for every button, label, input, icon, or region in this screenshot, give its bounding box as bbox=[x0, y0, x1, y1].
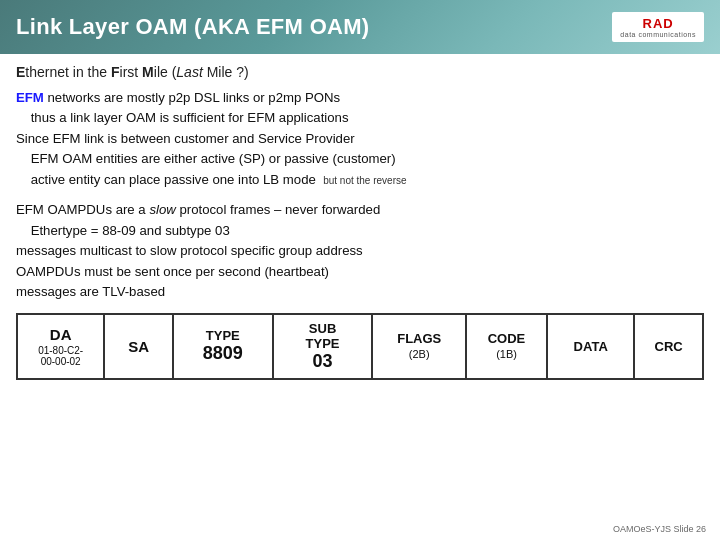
subtype-value: 03 bbox=[282, 351, 364, 372]
table-cell-code: CODE (1B) bbox=[466, 314, 547, 379]
table-cell-flags: FLAGS (2B) bbox=[372, 314, 466, 379]
slide-footer: OAMOeS-YJS Slide 26 bbox=[613, 524, 706, 534]
subtype-label: SUBTYPE bbox=[282, 321, 364, 351]
page-title: Link Layer OAM (AKA EFM OAM) bbox=[16, 14, 369, 40]
paragraph-2: EFM OAMPDUs are a slow protocol frames –… bbox=[16, 200, 704, 302]
subtitle: Ethernet in the First Mile (Last Mile ?) bbox=[16, 64, 704, 80]
logo-container: RAD data communications bbox=[612, 12, 704, 42]
slow-italic-label: slow bbox=[149, 202, 175, 217]
table-cell-sa: SA bbox=[104, 314, 173, 379]
oam-table: DA 01-80-C2-00-00-02 SA TYPE 8809 SUBTYP… bbox=[16, 313, 704, 380]
flags-label: FLAGS bbox=[397, 331, 441, 346]
crc-label: CRC bbox=[655, 339, 683, 354]
note-reverse: but not the reverse bbox=[323, 175, 406, 186]
da-label: DA bbox=[50, 326, 72, 343]
table-cell-subtype: SUBTYPE 03 bbox=[273, 314, 373, 379]
sa-label: SA bbox=[128, 338, 149, 355]
table-cell-data: DATA bbox=[547, 314, 634, 379]
table-cell-da: DA 01-80-C2-00-00-02 bbox=[17, 314, 104, 379]
table-cell-crc: CRC bbox=[634, 314, 703, 379]
table-cell-type: TYPE 8809 bbox=[173, 314, 273, 379]
page-header: Link Layer OAM (AKA EFM OAM) RAD data co… bbox=[0, 0, 720, 54]
code-sublabel: (1B) bbox=[496, 348, 517, 360]
logo-brand: RAD bbox=[643, 16, 674, 31]
paragraph-1: EFM networks are mostly p2p DSL links or… bbox=[16, 88, 704, 190]
footer-text: OAMOeS-YJS Slide 26 bbox=[613, 524, 706, 534]
code-label: CODE bbox=[488, 331, 526, 346]
da-sublabel: 01-80-C2-00-00-02 bbox=[26, 345, 95, 367]
type-label: TYPE bbox=[182, 328, 264, 343]
type-value: 8809 bbox=[182, 343, 264, 364]
efm-label: EFM bbox=[16, 90, 44, 105]
main-content: Ethernet in the First Mile (Last Mile ?)… bbox=[0, 54, 720, 388]
logo-tagline: data communications bbox=[620, 31, 696, 38]
flags-sublabel: (2B) bbox=[409, 348, 430, 360]
data-label: DATA bbox=[574, 339, 608, 354]
